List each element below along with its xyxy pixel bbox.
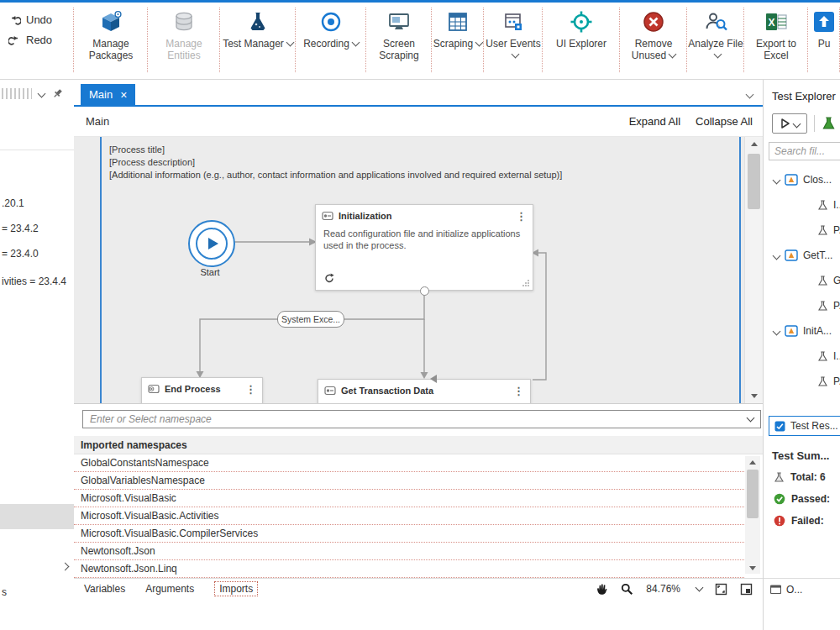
kebab-menu-icon[interactable]: ⋮ — [516, 210, 527, 223]
chevron-down-icon[interactable] — [773, 176, 781, 184]
test-group-row[interactable]: GetT... — [764, 243, 840, 268]
panel-grip-texture[interactable] — [2, 88, 32, 99]
state-title: Initialization — [339, 211, 392, 221]
test-item-row[interactable]: I... — [764, 192, 840, 218]
selected-item-highlight[interactable] — [0, 504, 74, 529]
test-group-row[interactable]: Clos... — [764, 167, 840, 192]
export-to-excel-button[interactable]: X Export to Excel — [744, 3, 808, 79]
remove-unused-button[interactable]: Remove Unused — [620, 3, 687, 79]
namespace-row[interactable]: GlobalConstantsNamespace — [74, 454, 744, 472]
zoom-magnifier-icon[interactable] — [621, 583, 633, 596]
user-events-icon — [502, 8, 524, 35]
chevron-down-icon[interactable] — [744, 413, 753, 425]
user-events-button[interactable]: User Events — [484, 3, 543, 79]
pin-icon[interactable] — [51, 87, 64, 100]
scrollbar-up-icon[interactable] — [745, 137, 763, 151]
initialization-state[interactable]: Initialization ⋮ Read configuration file… — [315, 204, 533, 291]
summary-total-row: Total: 6 — [774, 471, 826, 483]
publish-button[interactable]: Pu — [808, 3, 840, 79]
zoom-chevron[interactable] — [693, 583, 702, 595]
connection-port[interactable] — [420, 286, 429, 296]
chevron-down-icon[interactable] — [773, 251, 781, 260]
output-tab[interactable]: O... — [786, 584, 802, 596]
fit-screen-icon[interactable] — [715, 583, 727, 596]
breadcrumb-bar: Main Expand All Collapse All — [74, 107, 763, 137]
imports-scrollbar[interactable] — [745, 456, 760, 574]
kebab-menu-icon[interactable]: ⋮ — [513, 385, 524, 397]
namespace-combobox[interactable]: Enter or Select namespace — [82, 410, 761, 428]
kebab-menu-icon[interactable]: ⋮ — [245, 383, 256, 396]
analyze-file-button[interactable]: Analyze File — [687, 3, 744, 79]
test-item-row[interactable]: I... — [764, 344, 840, 369]
system-exception-transition[interactable]: System Exce... — [277, 311, 344, 328]
flask-icon — [817, 200, 828, 211]
chevron-down-icon[interactable] — [38, 89, 46, 97]
scrollbar-thumb[interactable] — [748, 154, 760, 209]
scrollbar-thumb[interactable] — [747, 470, 759, 518]
resize-grip-icon[interactable] — [522, 279, 530, 287]
canvas-scrollbar[interactable] — [744, 137, 763, 403]
chevron-down-icon — [669, 50, 677, 59]
ui-explorer-button[interactable]: UI Explorer — [543, 3, 620, 79]
annotation-line: [Additional information (e.g., author, c… — [109, 169, 562, 181]
close-icon[interactable]: × — [120, 89, 127, 101]
chevron-down-icon[interactable] — [773, 327, 781, 335]
tab-arguments[interactable]: Arguments — [145, 583, 194, 595]
left-panel-header — [0, 80, 74, 107]
test-manager-button[interactable]: Test Manager — [220, 3, 296, 79]
chevron-right-icon[interactable] — [59, 562, 68, 574]
scrollbar-up-icon[interactable] — [745, 456, 760, 468]
divider — [814, 115, 815, 132]
tab-imports[interactable]: Imports — [214, 581, 258, 596]
entry-action-icon[interactable] — [323, 272, 335, 284]
test-group-row[interactable]: InitA... — [764, 318, 840, 344]
start-node[interactable] — [188, 220, 235, 267]
test-explorer-toolbar — [772, 113, 836, 134]
test-item-row[interactable]: G... — [764, 268, 840, 293]
undo-button[interactable]: Undo — [0, 9, 74, 29]
left-docked-panel: .20.1 = 23.4.2 = 23.4.0 ivities = 23.4.4… — [0, 80, 75, 630]
namespace-row[interactable]: Microsoft.VisualBasic.Activities — [74, 507, 744, 525]
tab-main[interactable]: Main × — [81, 84, 135, 105]
namespace-row[interactable]: Microsoft.VisualBasic — [74, 490, 744, 507]
dependency-version-fragment: .20.1 — [2, 197, 24, 209]
search-input[interactable]: Search fil... — [769, 142, 840, 160]
state-description: Read configuration file and initialize a… — [316, 227, 533, 252]
flask-icon — [817, 351, 828, 362]
workflow-canvas[interactable]: [Process title] [Process description] [A… — [74, 137, 763, 403]
recording-button[interactable]: Recording — [296, 3, 366, 79]
namespace-row[interactable]: Newtonsoft.Json — [74, 543, 744, 560]
scrollbar-down-icon[interactable] — [745, 389, 763, 403]
ui-explorer-icon — [570, 8, 593, 35]
namespace-list: GlobalConstantsNamespace GlobalVariables… — [74, 454, 744, 578]
zoom-level: 84.76% — [646, 583, 680, 595]
scraping-button[interactable]: Scraping — [432, 3, 484, 79]
redo-button[interactable]: Redo — [0, 29, 74, 50]
manage-packages-button[interactable]: Manage Packages — [74, 3, 148, 79]
end-process-state[interactable]: End Process ⋮ — [141, 377, 263, 403]
pan-hand-icon[interactable] — [596, 582, 608, 596]
test-item-row[interactable]: P... — [764, 369, 840, 394]
chevron-down-icon — [351, 39, 360, 47]
collapse-all-button[interactable]: Collapse All — [696, 115, 753, 128]
test-item-row[interactable]: P... — [764, 293, 840, 318]
right-panel-footer: O... — [764, 578, 840, 600]
namespace-row[interactable]: Newtonsoft.Json.Linq — [74, 560, 744, 578]
test-results-tab[interactable]: Test Res... — [769, 416, 840, 436]
run-green-icon[interactable] — [822, 117, 836, 131]
overview-icon[interactable] — [740, 583, 753, 596]
expand-all-button[interactable]: Expand All — [629, 115, 680, 128]
output-icon — [770, 584, 781, 595]
state-icon — [324, 386, 336, 396]
tab-list-chevron[interactable] — [743, 90, 753, 102]
get-transaction-data-state[interactable]: Get Transaction Data ⋮ — [318, 379, 531, 403]
test-item-row[interactable]: P... — [764, 218, 840, 243]
namespace-row[interactable]: GlobalVariablesNamespace — [74, 472, 744, 490]
breadcrumb[interactable]: Main — [86, 115, 109, 128]
screen-scraping-button[interactable]: Screen Scraping — [366, 3, 432, 79]
run-tests-button[interactable] — [772, 113, 807, 134]
scrollbar-down-icon[interactable] — [745, 562, 760, 574]
namespace-row[interactable]: Microsoft.VisualBasic.CompilerServices — [74, 525, 744, 543]
tab-variables[interactable]: Variables — [84, 583, 125, 595]
failed-icon — [774, 515, 785, 527]
